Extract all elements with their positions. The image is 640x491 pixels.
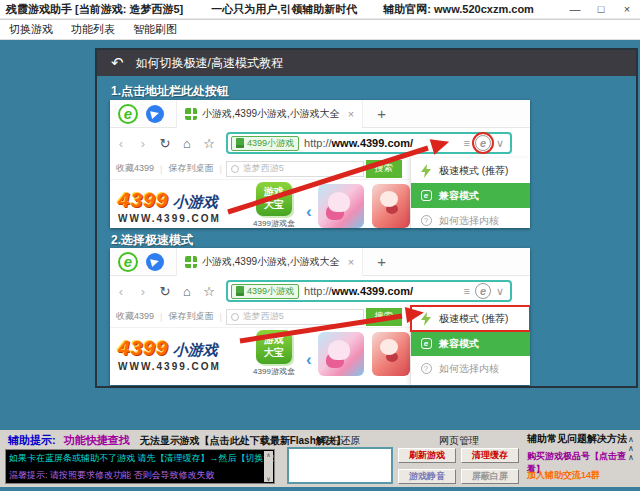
bookmark-fav[interactable]: 收藏4399 <box>110 162 160 175</box>
nav-forward-icon[interactable]: › <box>132 136 154 151</box>
nav-back-icon[interactable]: ‹ <box>110 136 132 151</box>
browser-content: 收藏4399 | 保存到桌面 | 造梦西游5 搜索 4399 小游戏 WWW. <box>110 306 410 385</box>
tab-close-icon[interactable]: × <box>348 256 354 268</box>
menu-item-compat-mode[interactable]: e 兼容模式 <box>411 183 530 208</box>
scroll-up-icon[interactable]: ∧ <box>266 451 270 458</box>
help-circle-icon: ? <box>419 215 433 226</box>
menu-switch-game[interactable]: 切换游戏 <box>0 22 62 37</box>
kernel-switch-icon[interactable]: e <box>475 135 491 151</box>
browser-tabbar: e 小游戏,4399小游戏,小游戏大全 × + <box>110 100 530 128</box>
reader-mode-icon[interactable]: ≡ <box>461 137 473 149</box>
url-text: http://www.4399.com/ <box>304 285 413 297</box>
gamebox-caption: 4399游戏盒 <box>252 218 296 228</box>
clear-cache-button[interactable]: 清理缓存 <box>461 448 519 463</box>
help-circle-icon: ? <box>419 363 433 374</box>
game-thumbnail[interactable] <box>318 184 364 228</box>
bookmark-save-desktop[interactable]: 保存到桌面 <box>162 162 219 175</box>
menu-item-speed-label: 极速模式 (推荐) <box>439 164 508 178</box>
tab-close-icon[interactable]: × <box>348 108 354 120</box>
tab-title: 小游戏,4399小游戏,小游戏大全 <box>202 255 340 269</box>
menu-item-compat-mode[interactable]: e 兼容模式 <box>411 331 530 356</box>
game-thumbnail[interactable] <box>372 184 410 228</box>
console-line1: 如果卡在蓝屏条或辅助不了游戏 请先【清理缓存】→然后【切换游戏】 <box>9 452 262 465</box>
browser-screenshot-2: e 小游戏,4399小游戏,小游戏大全 × + ‹ › ↻ ⌂ ☆ 4 <box>110 248 530 385</box>
lightning-icon <box>419 164 433 178</box>
bookmark-save-desktop[interactable]: 保存到桌面 <box>162 310 219 323</box>
notice-console: 如果卡在蓝屏条或辅助不了游戏 请先【清理缓存】→然后【切换游戏】 温馨提示: 请… <box>5 449 275 484</box>
site-badge-label: 4399小游戏 <box>247 137 294 150</box>
search-button[interactable]: 搜索 <box>366 160 402 178</box>
chevron-down-icon[interactable]: ∨ <box>493 285 507 298</box>
menu-item-speed-mode[interactable]: 极速模式 (推荐) <box>411 158 530 183</box>
tutorial-header: ↶ 如何切换极速/高速模式教程 <box>97 50 636 76</box>
tab-title: 小游戏,4399小游戏,小游戏大全 <box>202 107 340 121</box>
bookmark-row: 收藏4399 | 保存到桌面 | 造梦西游5 搜索 <box>110 158 410 180</box>
bookmark-fav[interactable]: 收藏4399 <box>110 310 160 323</box>
join-group-link[interactable]: 加入辅助交流14群 <box>527 469 600 482</box>
address-bar[interactable]: 4399小游戏 http://www.4399.com/ ≡ e ∨ <box>226 132 512 154</box>
logo-site-url: WWW.4399.COM <box>118 213 246 224</box>
quick-find-link[interactable]: 功能快捷查找 <box>64 433 130 448</box>
kernel-switch-icon[interactable]: e <box>475 283 491 299</box>
menu-function-list[interactable]: 功能列表 <box>62 22 124 37</box>
refresh-icon[interactable]: ↻ <box>154 136 176 151</box>
game-thumbnail[interactable] <box>372 332 410 376</box>
gamebox-app[interactable]: 游戏 大宝 4399游戏盒 <box>252 330 296 377</box>
kernel-dropdown-menu: 极速模式 (推荐) e 兼容模式 ? 如何选择内核 <box>410 158 530 228</box>
favorite-star-icon[interactable]: ☆ <box>198 136 220 151</box>
gamebox-app[interactable]: 游戏 大宝 4399游戏盒 <box>252 182 296 228</box>
mute-game-button[interactable]: 游戏静音 <box>398 469 456 484</box>
new-tab-icon[interactable]: + <box>377 253 386 270</box>
titlebar: 残霞游戏助手 [当前游戏: 造梦西游5] 一心只为用户,引领辅助新时代 辅助官网… <box>0 0 640 19</box>
home-icon[interactable]: ⌂ <box>176 136 198 151</box>
search-input[interactable]: 造梦西游5 <box>226 309 364 325</box>
minimize-icon[interactable]: — <box>562 0 588 19</box>
favorite-star-icon[interactable]: ☆ <box>198 284 220 299</box>
new-tab-icon[interactable]: + <box>377 105 386 122</box>
menu-smart-farm[interactable]: 智能刷图 <box>124 22 186 37</box>
back-icon[interactable]: ↶ <box>111 54 124 72</box>
browser-toolbar: ‹ › ↻ ⌂ ☆ 4399小游戏 http://www.4399.com/ ≡… <box>110 128 530 158</box>
refresh-icon[interactable]: ↻ <box>154 284 176 299</box>
scroll-down-icon[interactable]: ∨ <box>266 475 270 482</box>
gamebox-line2: 大宝 <box>256 199 292 212</box>
browser-tab[interactable]: 小游戏,4399小游戏,小游戏大全 × <box>176 248 363 276</box>
bottom-border-strip <box>0 487 640 491</box>
main-area: ↶ 如何切换极速/高速模式教程 1.点击地址栏此处按钮 2.选择极速模式 e 小… <box>0 40 640 430</box>
url-host: www.4399.com/ <box>332 137 414 149</box>
url-host: www.4399.com/ <box>332 285 414 297</box>
faq-scroll-arrows[interactable]: ∧ ∧ ∧ <box>628 436 634 462</box>
nav-forward-icon[interactable]: › <box>132 284 154 299</box>
close-icon[interactable]: × <box>614 0 640 19</box>
search-input[interactable]: 造梦西游5 <box>226 161 364 177</box>
search-button[interactable]: 搜索 <box>366 308 402 326</box>
nav-back-icon[interactable]: ‹ <box>110 284 132 299</box>
compat-e-icon: e <box>419 338 433 349</box>
menu-item-speed-mode[interactable]: 极速模式 (推荐) <box>411 306 530 331</box>
browser-content: 收藏4399 | 保存到桌面 | 造梦西游5 搜索 4399 小游戏 WWW. <box>110 158 410 228</box>
browser-screenshot-1: e 小游戏,4399小游戏,小游戏大全 × + ‹ › ↻ ⌂ ☆ 4 <box>110 100 530 228</box>
refresh-game-button[interactable]: 刷新游戏 <box>398 448 456 463</box>
reader-mode-icon[interactable]: ≡ <box>461 285 473 297</box>
game-thumbnail[interactable] <box>318 332 364 376</box>
carousel-prev-icon[interactable]: ‹ <box>306 350 312 370</box>
browser-logo-icon: e <box>118 104 138 124</box>
menu-item-help-label: 如何选择内核 <box>439 362 499 376</box>
address-bar[interactable]: 4399小游戏 http://www.4399.com/ ≡ e ∨ <box>226 280 512 302</box>
browser-tabbar: e 小游戏,4399小游戏,小游戏大全 × + <box>110 248 530 276</box>
maximize-icon[interactable]: □ <box>588 0 614 19</box>
logo-xiaoyouxi: 小游戏 <box>173 341 218 360</box>
browser-tab[interactable]: 小游戏,4399小游戏,小游戏大全 × <box>176 100 363 128</box>
home-icon[interactable]: ⌂ <box>176 284 198 299</box>
console-scrollbar[interactable]: ∧ ∨ <box>264 451 273 482</box>
menu-item-kernel-help[interactable]: ? 如何选择内核 <box>411 356 530 381</box>
carousel-prev-icon[interactable]: ‹ <box>306 202 312 222</box>
url-prefix: http:// <box>304 285 332 297</box>
logo-site-url: WWW.4399.COM <box>118 361 246 372</box>
addressbar-right-icons: ≡ e ∨ <box>461 283 507 299</box>
restore-listbox[interactable] <box>287 447 393 484</box>
scroll-up-icon: ∧ <box>628 454 634 463</box>
menu-item-kernel-help[interactable]: ? 如何选择内核 <box>411 208 530 228</box>
chevron-down-icon[interactable]: ∨ <box>493 137 507 150</box>
block-whitescreen-button[interactable]: 屏蔽白屏 <box>461 469 519 484</box>
